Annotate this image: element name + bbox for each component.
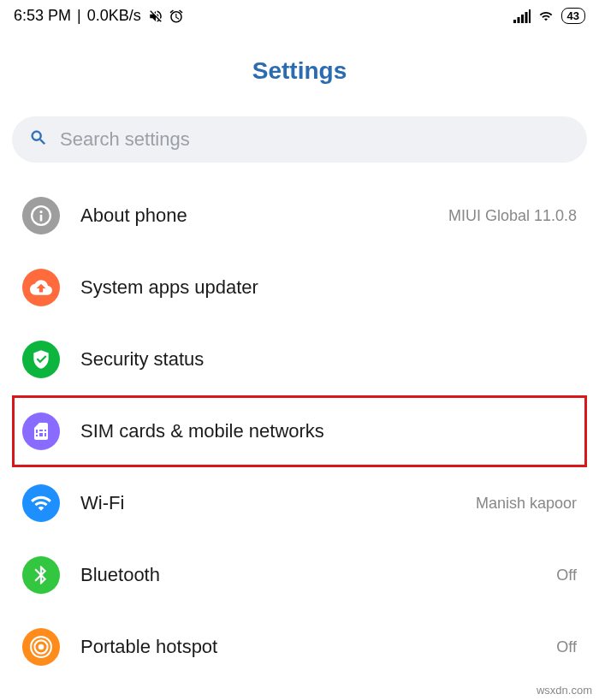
cloud-up-icon [22, 269, 60, 306]
page-title: Settings [0, 32, 599, 106]
item-label: About phone [80, 205, 428, 227]
status-network-speed: 0.0KB/s [87, 7, 141, 25]
settings-item-cloud-up[interactable]: System apps updater [12, 252, 587, 323]
status-divider: | [73, 7, 86, 25]
item-label: Wi-Fi [80, 492, 455, 514]
item-value: Off [556, 638, 577, 656]
battery-level: 43 [567, 9, 579, 22]
settings-item-sim[interactable]: SIM cards & mobile networks [12, 395, 587, 467]
status-bar: 6:53 PM | 0.0KB/s 43 [0, 0, 599, 32]
watermark: wsxdn.com [537, 684, 592, 697]
status-right: 43 [513, 8, 585, 24]
sim-icon [22, 412, 60, 450]
item-label: System apps updater [80, 276, 577, 299]
search-icon [29, 128, 48, 151]
item-label: SIM cards & mobile networks [80, 420, 577, 442]
svg-rect-3 [525, 12, 527, 23]
signal-icon [513, 9, 531, 23]
settings-item-shield[interactable]: Security status [12, 323, 587, 395]
item-label: Portable hotspot [80, 636, 536, 658]
hotspot-icon [22, 628, 60, 666]
svg-rect-1 [517, 17, 519, 23]
battery-indicator: 43 [561, 8, 585, 24]
settings-item-info[interactable]: About phoneMIUI Global 11.0.8 [12, 180, 587, 252]
item-value: MIUI Global 11.0.8 [448, 207, 577, 225]
search-box[interactable] [12, 116, 587, 163]
settings-item-hotspot[interactable]: Portable hotspotOff [12, 611, 587, 683]
mute-icon [148, 9, 163, 24]
wifi-icon [22, 484, 60, 522]
search-container [12, 116, 587, 163]
svg-point-6 [39, 211, 42, 213]
status-left: 6:53 PM | 0.0KB/s [14, 7, 184, 25]
settings-list: About phoneMIUI Global 11.0.8System apps… [0, 180, 599, 683]
shield-icon [22, 341, 60, 378]
status-time: 6:53 PM [14, 7, 71, 25]
info-icon [22, 197, 60, 234]
svg-rect-0 [513, 20, 516, 23]
svg-rect-2 [521, 15, 524, 23]
svg-point-8 [39, 644, 44, 650]
item-label: Security status [80, 348, 577, 371]
svg-rect-7 [40, 215, 43, 222]
item-label: Bluetooth [80, 564, 536, 586]
alarm-icon [169, 9, 184, 24]
item-value: Off [556, 567, 577, 584]
settings-item-wifi[interactable]: Wi-FiManish kapoor [12, 467, 587, 539]
wifi-status-icon [537, 9, 555, 23]
bluetooth-icon [22, 556, 60, 594]
item-value: Manish kapoor [476, 495, 577, 513]
svg-rect-4 [529, 9, 531, 23]
search-input[interactable] [60, 128, 570, 151]
settings-item-bluetooth[interactable]: BluetoothOff [12, 539, 587, 611]
